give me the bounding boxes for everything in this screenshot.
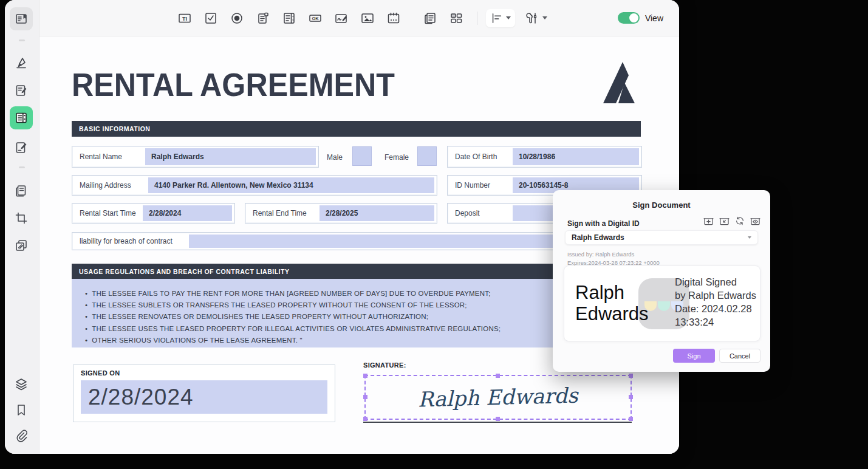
align-dropdown[interactable] xyxy=(486,9,515,27)
date-field-tool-icon[interactable] xyxy=(386,10,402,26)
preview-detail-line: by Ralph Edwards xyxy=(675,289,756,302)
sidebar-item-highlighter[interactable] xyxy=(10,51,33,74)
resize-handle[interactable] xyxy=(629,374,633,378)
preview-detail-line: Digital Signed xyxy=(675,275,756,289)
signature-selection-box[interactable]: Ralph Edwards xyxy=(364,375,632,420)
sidebar-item-layers[interactable] xyxy=(10,372,33,395)
radio-button-field-tool-icon[interactable] xyxy=(229,10,245,26)
usage-bullet: THE LESSEE SUBLETS OR TRANSFERS THE LEAS… xyxy=(85,300,629,311)
section-header-basic-information: BASIC INFORMATION xyxy=(72,121,641,137)
resize-handle[interactable] xyxy=(363,395,367,399)
rental-end-box: Rental End Time 2/28/2025 xyxy=(245,203,437,224)
sidebar-divider xyxy=(19,39,25,41)
resize-handle[interactable] xyxy=(496,417,500,421)
svg-text:OK: OK xyxy=(312,15,319,21)
preview-signature-icon[interactable] xyxy=(750,216,760,228)
chevron-down-icon xyxy=(542,16,547,19)
usage-bullet: OTHER SERIOUS VIOLATIONS OF THE LEASE AG… xyxy=(85,335,629,346)
signature-script: Ralph Edwards xyxy=(418,383,578,412)
sign-document-dialog: Sign Document Sign with a Digital ID Ral… xyxy=(553,190,770,372)
usage-bullet: THE LESSEE FAILS TO PAY THE RENT FOR MOR… xyxy=(85,288,629,300)
male-label: Male xyxy=(327,153,343,162)
deposit-label: Deposit xyxy=(455,209,513,217)
resize-handle[interactable] xyxy=(629,395,633,399)
signature-preview-card: Ralph Edwards Digital Signed by Ralph Ed… xyxy=(564,265,760,341)
preview-detail-line: Date: 2024.02.28 xyxy=(675,302,756,315)
push-button-field-tool-icon[interactable]: OK xyxy=(307,10,323,26)
duplicate-fields-icon[interactable] xyxy=(422,10,438,26)
rental-start-field[interactable]: 2/28/2024 xyxy=(143,205,232,221)
signature-label: SIGNATURE: xyxy=(363,361,406,369)
mailing-address-field[interactable]: 4140 Parker Rd. Allentown, New Mexico 31… xyxy=(148,177,434,193)
rental-start-box: Rental Start Time 2/28/2024 xyxy=(72,203,235,224)
date-of-birth-label: Date Of Birth xyxy=(455,152,513,161)
import-id-icon[interactable] xyxy=(719,216,730,228)
male-checkbox[interactable] xyxy=(352,146,372,166)
rental-name-box: Rental Name Ralph Edwards xyxy=(72,146,319,168)
sidebar-item-fill-sign[interactable] xyxy=(10,136,33,159)
signature-line xyxy=(363,422,632,423)
checkbox-field-tool-icon[interactable] xyxy=(203,10,219,26)
preview-details: Digital Signed by Ralph Edwards Date: 20… xyxy=(675,275,756,329)
rental-end-field[interactable]: 2/28/2025 xyxy=(320,205,434,221)
rental-name-field[interactable]: Ralph Edwards xyxy=(145,148,316,165)
chevron-down-icon xyxy=(506,16,511,19)
sidebar-item-reader[interactable] xyxy=(10,7,33,30)
selected-digital-id: Ralph Edwards xyxy=(572,233,624,242)
liability-label: liability for breach of contract xyxy=(80,237,189,245)
sidebar-item-crop[interactable] xyxy=(10,207,33,230)
company-logo xyxy=(596,60,642,106)
sidebar-item-organize-pages[interactable] xyxy=(10,179,33,202)
resize-handle[interactable] xyxy=(363,417,367,421)
signed-on-field[interactable]: 2/28/2024 xyxy=(81,380,327,414)
sidebar-divider xyxy=(19,166,25,168)
issued-by-text: Issued by: Ralph Edwards xyxy=(567,251,634,258)
sidebar-item-annotate[interactable] xyxy=(10,79,33,102)
view-toggle[interactable] xyxy=(618,12,640,24)
female-checkbox[interactable] xyxy=(417,146,437,166)
cancel-button[interactable]: Cancel xyxy=(719,349,760,363)
resize-handle[interactable] xyxy=(629,417,633,421)
id-number-label: ID Number xyxy=(455,181,513,190)
form-tools-dropdown[interactable] xyxy=(521,9,552,28)
date-of-birth-field[interactable]: 10/28/1986 xyxy=(513,148,639,165)
field-layout-icon[interactable] xyxy=(448,10,464,26)
digital-id-select[interactable]: Ralph Edwards xyxy=(565,230,758,245)
refresh-ids-icon[interactable] xyxy=(735,216,745,228)
sidebar-item-attachments[interactable] xyxy=(10,424,33,447)
female-label: Female xyxy=(384,153,409,162)
signed-on-label: SIGNED ON xyxy=(81,369,120,377)
resize-handle[interactable] xyxy=(496,374,500,378)
view-toggle-label: View xyxy=(645,13,663,23)
form-toolbar: TI OK xyxy=(39,0,679,36)
usage-bullet: THE LESSEE USES THE LEASED PROPERTY FOR … xyxy=(85,323,629,335)
sidebar-item-convert[interactable] xyxy=(10,234,33,257)
sign-button[interactable]: Sign xyxy=(673,349,715,363)
mailing-address-box: Mailing Address 4140 Parker Rd. Allentow… xyxy=(72,175,437,196)
preview-detail-line: 13:33:24 xyxy=(675,315,756,329)
toggle-knob xyxy=(629,13,638,22)
dialog-title: Sign Document xyxy=(553,200,770,210)
signature-field-tool-icon[interactable] xyxy=(333,10,349,26)
signed-on-box: SIGNED ON 2/28/2024 xyxy=(73,365,335,422)
list-box-field-tool-icon[interactable] xyxy=(281,10,297,26)
preview-signer-name: Ralph Edwards xyxy=(575,282,669,326)
image-field-tool-icon[interactable] xyxy=(360,10,375,26)
chevron-down-icon xyxy=(748,236,751,239)
date-of-birth-box: Date Of Birth 10/28/1986 xyxy=(447,146,642,168)
dropdown-field-tool-icon[interactable] xyxy=(255,10,271,26)
desktop: { "topbar": { "field_tools": ["text-fiel… xyxy=(0,0,868,469)
sidebar-item-form[interactable] xyxy=(10,106,33,129)
rental-name-label: Rental Name xyxy=(80,152,145,161)
rental-end-label: Rental End Time xyxy=(253,209,320,217)
document-title: RENTAL AGREEMENT xyxy=(72,66,395,103)
add-id-icon[interactable] xyxy=(703,216,714,228)
usage-bullet: THE LESSEE RENOVATES OR DEMOLISHES THE L… xyxy=(85,311,629,323)
svg-text:TI: TI xyxy=(182,15,187,21)
text-field-tool-icon[interactable]: TI xyxy=(177,10,193,26)
digital-id-label: Sign with a Digital ID xyxy=(567,219,640,228)
toolbar-divider xyxy=(477,12,477,25)
sidebar xyxy=(5,0,39,454)
resize-handle[interactable] xyxy=(363,374,367,378)
sidebar-item-bookmarks[interactable] xyxy=(10,399,33,422)
